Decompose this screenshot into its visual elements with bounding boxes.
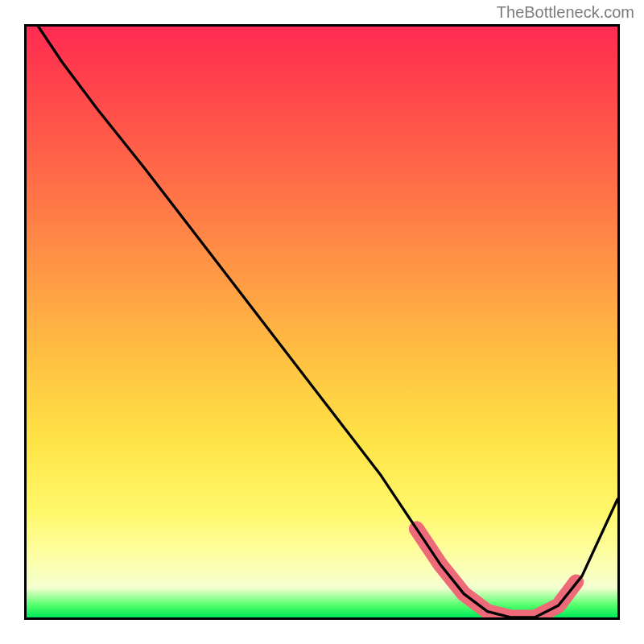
highlight-band-path: [416, 529, 576, 617]
chart-stage: TheBottleneck.com: [0, 0, 644, 644]
plot-frame: [24, 24, 620, 620]
watermark-text: TheBottleneck.com: [497, 3, 634, 22]
chart-svg: [27, 27, 617, 617]
main-curve-path: [39, 27, 617, 617]
